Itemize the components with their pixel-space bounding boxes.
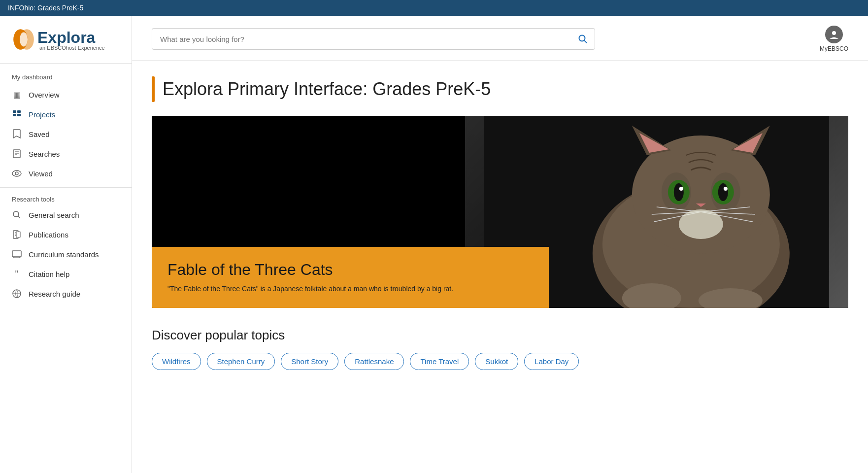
general-search-icon <box>12 210 22 220</box>
svg-rect-19 <box>16 232 20 237</box>
topics-section: Discover popular topics WildfiresStephen… <box>152 328 848 370</box>
search-input[interactable] <box>152 29 571 49</box>
dashboard-section-label: My dashboard <box>0 64 132 85</box>
publications-icon <box>12 230 22 239</box>
sidebar-item-viewed[interactable]: Viewed <box>0 164 132 183</box>
topic-pill-time-travel[interactable]: Time Travel <box>410 353 469 370</box>
sidebar-item-searches[interactable]: Searches <box>0 144 132 164</box>
svg-point-43 <box>679 187 683 191</box>
hero-description: "The Fable of the Three Cats" is a Japan… <box>167 284 533 294</box>
hero-title: Fable of the Three Cats <box>167 261 533 279</box>
sidebar-item-projects[interactable]: Projects <box>0 104 132 124</box>
svg-rect-5 <box>17 110 21 113</box>
sidebar-item-general-search[interactable]: General search <box>0 205 132 225</box>
sidebar-item-projects-label: Projects <box>29 110 55 119</box>
searches-icon <box>12 149 22 159</box>
viewed-icon <box>12 169 22 178</box>
svg-point-13 <box>13 211 19 217</box>
page-title: Explora Primary Interface: Grades PreK-5 <box>163 79 491 100</box>
sidebar-item-viewed-label: Viewed <box>29 169 53 178</box>
svg-rect-6 <box>17 114 21 116</box>
sidebar: Explora an EBSCOhost Experience My dashb… <box>0 16 132 473</box>
myebsco-button[interactable]: MyEBSCO <box>820 26 848 52</box>
user-avatar-icon <box>825 26 843 43</box>
svg-point-12 <box>15 172 18 175</box>
sidebar-item-citation-help[interactable]: " Citation help <box>0 264 132 284</box>
sidebar-item-curriculum-standards-label: Curriculum standards <box>29 250 99 259</box>
research-guide-icon <box>12 289 22 299</box>
svg-point-11 <box>12 170 21 176</box>
sidebar-item-overview[interactable]: ▦ Overview <box>0 85 132 104</box>
svg-rect-3 <box>13 110 16 113</box>
svg-point-54 <box>679 209 723 239</box>
svg-rect-20 <box>12 251 21 257</box>
sidebar-item-citation-help-label: Citation help <box>29 270 69 278</box>
sidebar-item-saved-label: Saved <box>29 130 50 138</box>
logo-name: Explora <box>37 29 105 47</box>
topic-pill-labor-day[interactable]: Labor Day <box>524 353 579 370</box>
topic-pill-rattlesnake[interactable]: Rattlesnake <box>344 353 404 370</box>
sidebar-item-research-guide[interactable]: Research guide <box>0 284 132 304</box>
search-icon <box>578 34 588 44</box>
sidebar-item-curriculum-standards[interactable]: Curriculum standards <box>0 244 132 264</box>
sidebar-item-saved[interactable]: Saved <box>0 124 132 144</box>
logo: Explora an EBSCOhost Experience <box>12 28 120 51</box>
svg-point-42 <box>718 183 728 201</box>
sidebar-item-overview-label: Overview <box>29 91 60 99</box>
sidebar-item-research-guide-label: Research guide <box>29 290 80 298</box>
logo-area: Explora an EBSCOhost Experience <box>0 28 132 64</box>
topics-list: WildfiresStephen CurryShort StoryRattles… <box>152 353 848 370</box>
topics-heading: Discover popular topics <box>152 328 848 343</box>
svg-rect-7 <box>13 150 20 158</box>
svg-point-44 <box>724 187 728 191</box>
overview-icon: ▦ <box>12 90 22 100</box>
sidebar-item-general-search-label: General search <box>29 211 79 219</box>
topic-pill-sukkot[interactable]: Sukkot <box>475 353 518 370</box>
page-title-bar: Explora Primary Interface: Grades PreK-5 <box>152 76 848 102</box>
header-area: MyEBSCO <box>132 16 868 61</box>
sidebar-item-searches-label: Searches <box>29 150 60 158</box>
hero-banner[interactable]: Fable of the Three Cats "The Fable of th… <box>152 116 848 308</box>
svg-rect-4 <box>13 114 16 116</box>
top-bar-title: INFOhio: Grades PreK-5 <box>8 4 83 12</box>
search-button[interactable] <box>571 34 595 44</box>
title-accent-bar <box>152 76 155 102</box>
myebsco-label: MyEBSCO <box>820 45 848 52</box>
sidebar-divider <box>0 187 132 188</box>
saved-icon <box>12 129 22 139</box>
main-content: MyEBSCO Explora Primary Interface: Grade… <box>132 16 868 473</box>
citation-help-icon: " <box>12 269 22 279</box>
topic-pill-wildfires[interactable]: Wildfires <box>152 353 201 370</box>
svg-point-41 <box>674 183 684 201</box>
explora-logo-icon <box>12 28 35 51</box>
search-bar <box>152 28 595 50</box>
user-icon <box>829 29 839 40</box>
topic-pill-short-story[interactable]: Short Story <box>281 353 338 370</box>
sidebar-item-publications[interactable]: Publications <box>0 225 132 244</box>
sidebar-item-publications-label: Publications <box>29 231 68 239</box>
projects-icon <box>12 109 22 119</box>
svg-point-2 <box>20 33 28 47</box>
topic-pill-stephen-curry[interactable]: Stephen Curry <box>207 353 275 370</box>
content-area: Explora Primary Interface: Grades PreK-5 <box>132 61 868 386</box>
research-tools-label: Research tools <box>0 192 132 205</box>
hero-content-overlay: Fable of the Three Cats "The Fable of th… <box>152 247 549 308</box>
top-bar: INFOhio: Grades PreK-5 <box>0 0 868 16</box>
svg-point-26 <box>579 35 585 41</box>
logo-subtitle: an EBSCOhost Experience <box>37 45 105 51</box>
curriculum-standards-icon <box>12 249 22 259</box>
svg-line-27 <box>584 40 587 43</box>
svg-point-28 <box>832 31 836 35</box>
svg-line-14 <box>18 216 21 219</box>
